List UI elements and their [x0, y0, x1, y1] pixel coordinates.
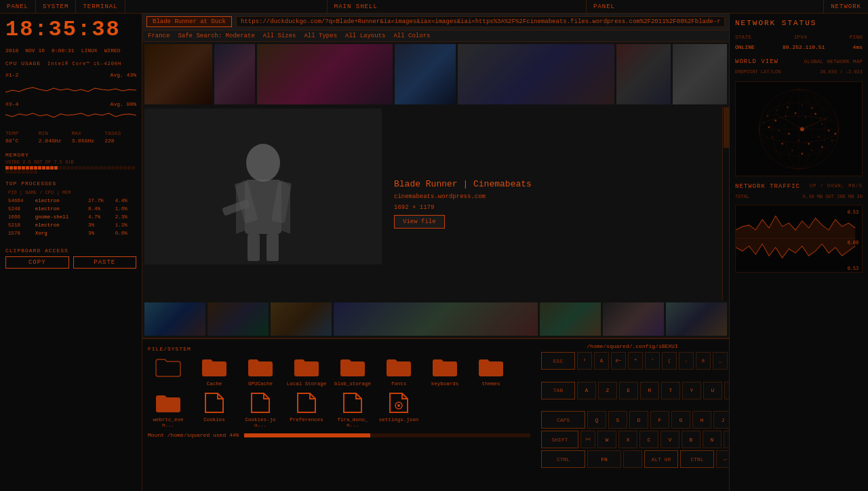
ping-value: 4ms: [853, 44, 863, 50]
memory-label: MEMORY: [5, 152, 136, 158]
fs-item[interactable]: fira_mono_n...: [332, 392, 373, 428]
key-n[interactable]: N: [703, 431, 722, 448]
key-e[interactable]: E: [619, 382, 638, 399]
key-t[interactable]: T: [661, 382, 680, 399]
key-w[interactable]: W: [597, 431, 616, 448]
key-under[interactable]: _: [713, 352, 728, 370]
key-spacebar[interactable]: [623, 450, 642, 468]
thumb-3[interactable]: [257, 44, 393, 104]
thumb-2[interactable]: [214, 44, 255, 104]
svg-point-37: [831, 140, 833, 141]
filter-layout[interactable]: All Layouts: [345, 33, 385, 39]
key-d[interactable]: D: [629, 411, 648, 429]
fs-item[interactable]: [148, 356, 189, 387]
key-left[interactable]: ←: [716, 450, 729, 468]
key-q[interactable]: Q: [587, 411, 606, 429]
key-paren[interactable]: (: [662, 352, 677, 370]
thumb-5[interactable]: [458, 44, 614, 104]
bottom-thumb-6[interactable]: [603, 302, 664, 336]
fs-item[interactable]: fonts: [378, 356, 419, 387]
main-shell-label[interactable]: MAIN SHELL: [327, 0, 384, 13]
file-icon: [340, 392, 365, 416]
fs-item[interactable]: Cookies-jou...: [240, 392, 281, 428]
fs-icons-row: CacheGPUCacheLocal Storageblob_storagefo…: [148, 356, 530, 428]
memory-dot: [9, 170, 13, 174]
key-z[interactable]: Z: [598, 382, 617, 399]
key-u[interactable]: U: [703, 382, 722, 399]
folder-icon: [339, 356, 366, 380]
bottom-thumb-7[interactable]: [666, 302, 727, 336]
key-m2[interactable]: M: [724, 431, 729, 448]
key-x[interactable]: X: [618, 431, 637, 448]
key-esc[interactable]: ESC: [541, 352, 575, 370]
key-e-tilde[interactable]: é~: [611, 352, 626, 370]
key-c[interactable]: C: [639, 431, 658, 448]
key-dash[interactable]: -: [679, 352, 694, 370]
key-amp[interactable]: &: [594, 352, 609, 370]
key-ltgt[interactable]: ><: [580, 431, 595, 448]
processes-section: TOP PROCESSES PID | NAME / CPU | MEM 546…: [5, 178, 136, 238]
key-apos[interactable]: ': [645, 352, 660, 370]
key-egrave[interactable]: è: [696, 352, 711, 370]
filter-type[interactable]: All Types: [304, 33, 337, 39]
fs-item[interactable]: blob_storage: [332, 356, 373, 387]
bottom-thumb-1[interactable]: [144, 302, 205, 336]
bottom-thumb-3[interactable]: [271, 302, 332, 336]
thumb-4[interactable]: [395, 44, 456, 104]
key-s[interactable]: S: [608, 411, 627, 429]
memory-section: MEMORY USING 2.5 OUT OF 7.5 GiB: [5, 149, 136, 174]
thumb-1[interactable]: [144, 44, 212, 104]
filter-region[interactable]: France: [148, 33, 170, 39]
fs-item[interactable]: Cache: [194, 356, 235, 387]
key-r[interactable]: R: [640, 382, 659, 399]
fs-item[interactable]: themes: [471, 356, 511, 387]
svg-line-47: [802, 117, 829, 130]
filter-safe[interactable]: Safe Search: Moderate: [178, 33, 254, 39]
browser-scrollbar[interactable]: [722, 106, 729, 300]
thumb-6[interactable]: [616, 44, 671, 104]
bottom-thumb-2[interactable]: [208, 302, 269, 336]
key-i[interactable]: I: [724, 382, 729, 399]
svg-rect-5: [248, 234, 260, 261]
key-ctrl-right[interactable]: CTRL: [680, 450, 714, 468]
bottom-thumb-5[interactable]: [540, 302, 601, 336]
url-bar[interactable]: [236, 16, 725, 27]
fs-item[interactable]: GPUCache: [240, 356, 281, 387]
filter-color[interactable]: All Colors: [393, 33, 430, 39]
key-tab[interactable]: TAB: [541, 382, 575, 399]
key-ctrl-left[interactable]: CTRL: [541, 450, 585, 468]
fs-item[interactable]: webrtc_even...: [148, 392, 189, 428]
fs-item[interactable]: Local Storage: [286, 356, 327, 387]
key-f[interactable]: F: [650, 411, 669, 429]
copy-button[interactable]: COPY: [5, 256, 69, 269]
view-file-button[interactable]: View file: [394, 215, 445, 229]
terminal-label[interactable]: TERMINAL: [76, 0, 125, 13]
fs-item[interactable]: settings.json: [378, 392, 419, 428]
key-altgr[interactable]: ALT GR: [644, 450, 678, 468]
thumb-7[interactable]: [673, 44, 727, 104]
scrollbar-thumb[interactable]: [724, 107, 729, 148]
key-b[interactable]: B: [682, 431, 701, 448]
filter-size[interactable]: All Sizes: [263, 33, 296, 39]
key-shift-left[interactable]: SHIFT: [541, 431, 578, 448]
key-j[interactable]: J: [713, 411, 729, 429]
key-a[interactable]: A: [577, 382, 596, 399]
fs-item[interactable]: keyboards: [425, 356, 465, 387]
svg-point-41: [776, 110, 778, 111]
key-g[interactable]: G: [671, 411, 690, 429]
key-fn[interactable]: FN: [587, 450, 621, 468]
key-h[interactable]: H: [692, 411, 711, 429]
key-2[interactable]: ²: [577, 352, 592, 370]
key-quote[interactable]: ": [628, 352, 643, 370]
key-caps[interactable]: CAPS: [541, 411, 585, 429]
svg-point-19: [785, 115, 786, 117]
key-v[interactable]: V: [660, 431, 679, 448]
fs-item-label: fonts: [391, 381, 407, 387]
browser-tab[interactable]: Blade Runner at Duck: [146, 16, 232, 27]
paste-button[interactable]: PASTE: [73, 256, 137, 269]
key-y[interactable]: Y: [682, 382, 701, 399]
fs-item[interactable]: Preferences: [286, 392, 327, 428]
fs-item[interactable]: Cookies: [194, 392, 235, 428]
bottom-thumb-4[interactable]: [334, 302, 538, 336]
big-image[interactable]: [144, 109, 382, 264]
